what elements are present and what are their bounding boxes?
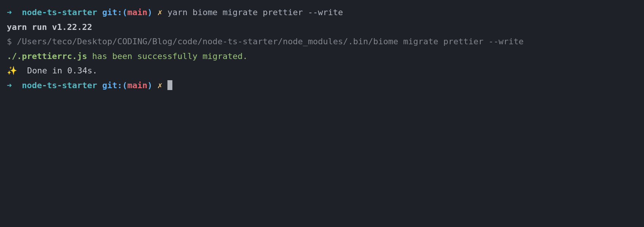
exec-dollar: $: [7, 37, 12, 46]
prompt-paren-open: (: [122, 81, 127, 90]
terminal-line-command-1: ➜ node-ts-starter git:(main) ✗ yarn biom…: [7, 5, 637, 20]
prompt-dirty-marker-icon: ✗: [157, 8, 162, 17]
prompt-arrow-icon: ➜: [7, 8, 12, 17]
terminal-line-prompt-2[interactable]: ➜ node-ts-starter git:(main) ✗: [7, 78, 637, 93]
prompt-paren-close: ): [147, 8, 152, 17]
terminal-line-done: ✨ Done in 0.34s.: [7, 64, 637, 78]
terminal-cursor[interactable]: [167, 80, 172, 90]
terminal-line-exec: $ /Users/teco/Desktop/CODING/Blog/code/n…: [7, 34, 637, 49]
command-yarn: yarn: [167, 8, 188, 17]
prompt-git-label: git:: [102, 8, 122, 17]
prompt-git-branch: main: [127, 81, 147, 90]
yarn-run-version: yarn run v1.22.22: [7, 22, 92, 32]
prompt-cwd: node-ts-starter: [22, 8, 97, 17]
prompt-git-branch: main: [127, 8, 147, 17]
success-filename: ./.prettierrc.js: [7, 51, 87, 61]
exec-path: /Users/teco/Desktop/CODING/Blog/code/nod…: [17, 37, 524, 46]
terminal-line-success: ./.prettierrc.js has been successfully m…: [7, 49, 637, 64]
prompt-cwd: node-ts-starter: [22, 81, 97, 90]
prompt-git-label: git:: [102, 81, 122, 90]
command-args: biome migrate prettier --write: [192, 8, 343, 17]
prompt-arrow-icon: ➜: [7, 81, 12, 90]
terminal-line-yarn-run: yarn run v1.22.22: [7, 20, 637, 35]
done-message: Done in 0.34s.: [27, 66, 97, 75]
prompt-paren-open: (: [122, 8, 127, 17]
success-message: has been successfully migrated.: [87, 51, 248, 61]
prompt-paren-close: ): [147, 81, 152, 90]
sparkle-icon: ✨: [7, 66, 17, 75]
prompt-dirty-marker-icon: ✗: [157, 81, 162, 90]
